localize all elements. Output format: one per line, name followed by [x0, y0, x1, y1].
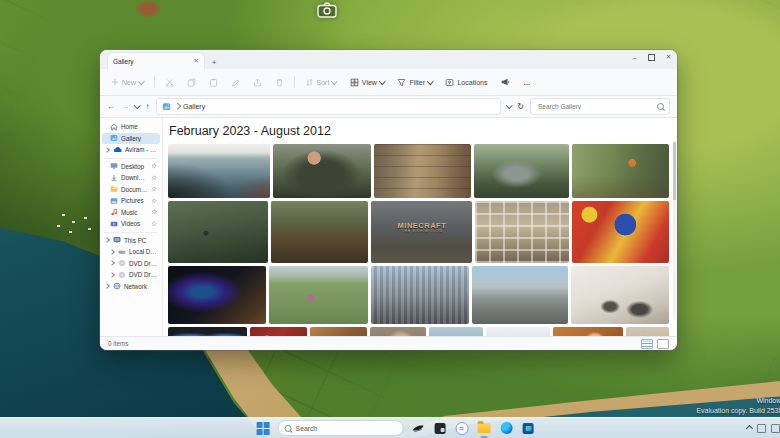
file-explorer-icon [478, 423, 491, 433]
photo-thumbnail[interactable] [486, 327, 549, 336]
photo-thumbnail[interactable] [475, 201, 568, 263]
sidebar-item-pictures[interactable]: Pictures [102, 195, 160, 207]
photo-thumbnail[interactable] [429, 327, 483, 336]
photo-thumbnail[interactable] [626, 327, 669, 336]
photo-thumbnail[interactable] [572, 144, 669, 198]
search-box[interactable] [530, 98, 670, 115]
expand-chevron-icon[interactable] [104, 237, 110, 243]
locations-button[interactable]: Locations [442, 76, 490, 89]
photo-thumbnail[interactable] [371, 266, 469, 324]
breadcrumb[interactable]: Gallery [156, 98, 501, 115]
address-bar: ← → ↑ Gallery ↻ [100, 96, 677, 118]
cut-icon [165, 78, 174, 87]
expand-chevron-icon[interactable] [109, 249, 115, 255]
photo-thumbnail[interactable] [572, 201, 669, 263]
sidebar-item-documents[interactable]: Documents [102, 184, 160, 196]
sidebar-item-this-pc[interactable]: This PC [102, 235, 160, 247]
command-bar: New Sort View Filte [100, 69, 677, 96]
refresh-button[interactable]: ↻ [517, 102, 524, 111]
copy-button[interactable] [184, 76, 199, 89]
expand-chevron-icon[interactable] [109, 272, 115, 278]
maximize-button[interactable] [643, 50, 660, 64]
new-button[interactable]: New [108, 76, 147, 88]
chevron-down-icon [138, 78, 144, 84]
photo-thumbnail[interactable] [168, 144, 270, 198]
photo-thumbnail[interactable] [269, 266, 367, 324]
breadcrumb-item[interactable]: Gallery [183, 103, 205, 110]
cut-button[interactable] [162, 76, 177, 89]
close-button[interactable]: ✕ [660, 50, 677, 64]
sort-button[interactable]: Sort [302, 76, 340, 89]
sidebar-item-desktop[interactable]: Desktop [102, 161, 160, 173]
filter-button[interactable]: Filter [394, 76, 435, 89]
expand-chevron-icon[interactable] [109, 260, 115, 266]
photo-thumbnail[interactable] [374, 144, 471, 198]
paste-button[interactable] [206, 76, 221, 89]
forward-button[interactable]: → [121, 102, 129, 111]
tray-icon[interactable] [757, 424, 766, 433]
store-button[interactable] [521, 421, 536, 436]
tab-gallery[interactable]: Gallery ✕ [108, 53, 204, 69]
photo-thumbnail[interactable] [273, 144, 370, 198]
sidebar-item-dvd-drive-2[interactable]: DVD Drive (D:) CCD [102, 269, 160, 281]
sidebar-item-onedrive[interactable]: Aviram - Personal [102, 144, 160, 156]
photo-thumbnail[interactable] [168, 266, 266, 324]
edge-button[interactable] [499, 421, 514, 436]
see-more-button[interactable]: … [520, 77, 534, 88]
start-button[interactable] [256, 421, 271, 436]
rename-button[interactable] [228, 76, 243, 89]
tab-close-icon[interactable]: ✕ [194, 57, 199, 65]
photo-thumbnail[interactable] [250, 327, 307, 336]
thumbnail-view-icon[interactable] [657, 339, 669, 349]
new-tab-button[interactable]: + [207, 58, 221, 69]
photo-thumbnail[interactable] [553, 327, 623, 336]
photo-thumbnail[interactable] [571, 266, 669, 324]
sidebar-item-local-disk-c[interactable]: Local Disk (C:) [102, 246, 160, 258]
sidebar-item-videos[interactable]: Videos [102, 218, 160, 230]
photo-thumbnail[interactable] [168, 327, 247, 336]
tray-overflow-chevron-icon[interactable] [746, 424, 753, 431]
search-input[interactable] [536, 102, 654, 111]
delete-button[interactable] [272, 76, 287, 89]
sidebar-item-downloads[interactable]: Downloads [102, 172, 160, 184]
sidebar-item-music[interactable]: Music [102, 207, 160, 219]
terminal-button[interactable] [433, 421, 448, 436]
file-explorer-button[interactable] [477, 421, 492, 436]
details-view-icon[interactable] [641, 339, 653, 349]
photo-thumbnail[interactable] [271, 201, 368, 263]
photo-thumbnail[interactable] [472, 266, 567, 324]
sidebar-item-dvd-drive-1[interactable]: DVD Drive (D:) CC [102, 258, 160, 270]
tray-icon[interactable] [771, 424, 780, 433]
feedback-button[interactable] [497, 75, 513, 89]
back-button[interactable]: ← [107, 102, 115, 111]
videos-icon [110, 220, 118, 228]
address-dropdown-button[interactable] [506, 102, 512, 108]
scrollbar-thumb[interactable] [673, 142, 676, 200]
photo-row [168, 144, 669, 198]
photo-thumbnail[interactable] [168, 201, 268, 263]
expand-chevron-icon[interactable] [104, 283, 110, 289]
chevron-down-icon [331, 78, 337, 84]
photo-thumbnail-minecraft[interactable]: MINECRAFT THE EXHIBITION [371, 201, 472, 263]
photo-thumbnail[interactable] [310, 327, 367, 336]
task-view-icon [412, 422, 425, 435]
scrollbar[interactable] [673, 140, 676, 320]
task-view-button[interactable] [411, 421, 426, 436]
hard-disk-icon [118, 248, 126, 256]
sidebar-item-gallery[interactable]: Gallery [102, 133, 160, 145]
chat-button[interactable] [455, 421, 470, 436]
navigation-pane: Home Gallery Aviram - Personal Desktop D… [100, 118, 163, 336]
taskbar-search[interactable]: Search [278, 420, 404, 436]
expand-chevron-icon[interactable] [104, 147, 110, 153]
view-button[interactable]: View [347, 76, 388, 89]
share-icon [253, 78, 262, 87]
recent-locations-button[interactable] [134, 102, 140, 108]
minimize-button[interactable]: – [626, 50, 643, 64]
music-icon [110, 208, 118, 216]
up-button[interactable]: ↑ [146, 102, 150, 111]
photo-thumbnail[interactable] [370, 327, 426, 336]
sidebar-item-home[interactable]: Home [102, 121, 160, 133]
share-button[interactable] [250, 76, 265, 89]
photo-thumbnail[interactable] [474, 144, 568, 198]
sidebar-item-network[interactable]: Network [102, 281, 160, 293]
